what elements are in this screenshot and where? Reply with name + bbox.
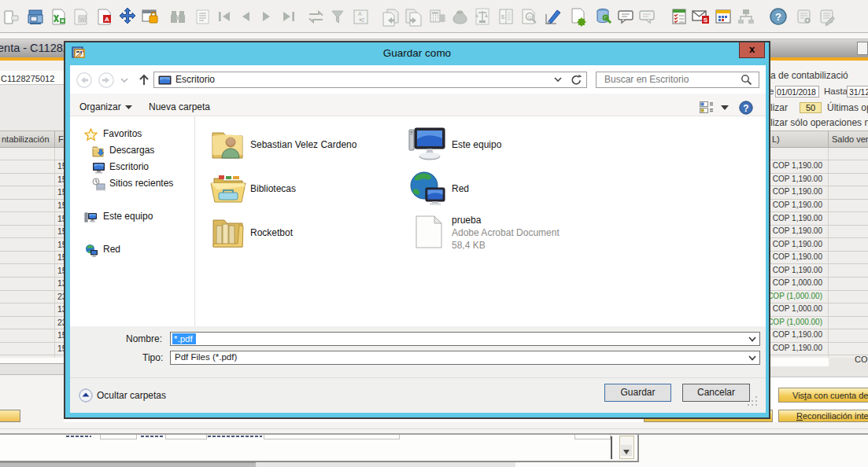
svg-text:Z: Z — [361, 17, 365, 23]
svg-text:W: W — [79, 17, 85, 22]
svg-text:Q: Q — [528, 15, 532, 20]
svg-text:?: ? — [775, 11, 781, 23]
svg-text:?: ? — [743, 103, 748, 114]
svg-text:A: A — [358, 11, 362, 17]
svg-text:A: A — [105, 16, 109, 23]
svg-text:S: S — [704, 17, 708, 24]
svg-text:$: $ — [501, 13, 505, 20]
